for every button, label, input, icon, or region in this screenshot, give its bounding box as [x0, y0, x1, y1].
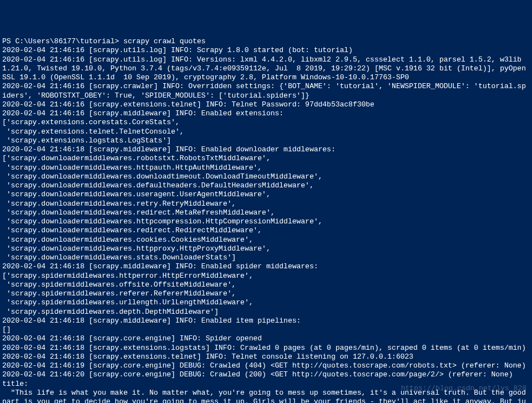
terminal-line: 'scrapy.downloadermiddlewares.httpcompre…: [2, 217, 530, 226]
terminal-output[interactable]: PS C:\Users\86177\tutorial> scrapy crawl…: [2, 37, 530, 403]
terminal-line: 2020-02-04 21:46:18 [scrapy.extensions.t…: [2, 353, 530, 361]
terminal-line: 2020-02-04 21:46:16 [scrapy.middleware] …: [2, 109, 530, 118]
terminal-line: title:: [2, 380, 530, 389]
terminal-line: 'scrapy.extensions.telnet.TelnetConsole'…: [2, 127, 530, 136]
terminal-line: 'scrapy.downloadermiddlewares.redirect.M…: [2, 208, 530, 217]
terminal-line: 'scrapy.downloadermiddlewares.cookies.Co…: [2, 236, 530, 244]
terminal-line: 'scrapy.spidermiddlewares.depth.DepthMid…: [2, 308, 530, 317]
terminal-line: PS C:\Users\86177\tutorial> scrapy crawl…: [2, 37, 530, 46]
terminal-line: 2020-02-04 21:46:20 [scrapy.core.engine]…: [2, 370, 530, 379]
terminal-line: 'scrapy.downloadermiddlewares.httpauth.H…: [2, 164, 530, 172]
terminal-line: 'scrapy.spidermiddlewares.urllength.UrlL…: [2, 298, 530, 307]
terminal-line: 'scrapy.downloadermiddlewares.stats.Down…: [2, 253, 530, 262]
terminal-line: 2020-02-04 21:46:19 [scrapy.core.engine]…: [2, 361, 530, 370]
terminal-line: 2020-02-04 21:46:18 [scrapy.extensions.l…: [2, 344, 530, 353]
terminal-line: 2020-02-04 21:46:16 [scrapy.utils.log] I…: [2, 55, 530, 83]
terminal-line: 2020-02-04 21:46:16 [scrapy.extensions.t…: [2, 100, 530, 109]
terminal-line: 'scrapy.spidermiddlewares.referer.Refere…: [2, 289, 530, 298]
terminal-line: 2020-02-04 21:46:18 [scrapy.middleware] …: [2, 262, 530, 271]
terminal-line: 2020-02-04 21:46:18 [scrapy.core.engine]…: [2, 334, 530, 343]
terminal-line: "This life is what you make it. No matte…: [2, 389, 530, 403]
terminal-line: 'scrapy.downloadermiddlewares.redirect.R…: [2, 226, 530, 235]
terminal-line: 'scrapy.downloadermiddlewares.useragent.…: [2, 190, 530, 199]
terminal-line: 2020-02-04 21:46:16 [scrapy.utils.log] I…: [2, 46, 530, 55]
terminal-line: 'scrapy.extensions.logstats.LogStats']: [2, 136, 530, 145]
terminal-line: 'scrapy.spidermiddlewares.offsite.Offsit…: [2, 280, 530, 289]
terminal-line: ['scrapy.downloadermiddlewares.robotstxt…: [2, 154, 530, 163]
terminal-line: 2020-02-04 21:46:16 [scrapy.crawler] INF…: [2, 82, 530, 100]
terminal-line: []: [2, 325, 530, 334]
terminal-line: 'scrapy.downloadermiddlewares.downloadti…: [2, 172, 530, 181]
terminal-line: ['scrapy.extensions.corestats.CoreStats'…: [2, 118, 530, 127]
terminal-line: 'scrapy.downloadermiddlewares.retry.Retr…: [2, 200, 530, 208]
terminal-line: 'scrapy.downloadermiddlewares.defaulthea…: [2, 181, 530, 190]
terminal-line: 2020-02-04 21:46:18 [scrapy.middleware] …: [2, 145, 530, 154]
terminal-line: 'scrapy.downloadermiddlewares.httpproxy.…: [2, 244, 530, 253]
terminal-line: 2020-02-04 21:46:18 [scrapy.middleware] …: [2, 317, 530, 325]
terminal-line: ['scrapy.spidermiddlewares.httperror.Htt…: [2, 272, 530, 280]
